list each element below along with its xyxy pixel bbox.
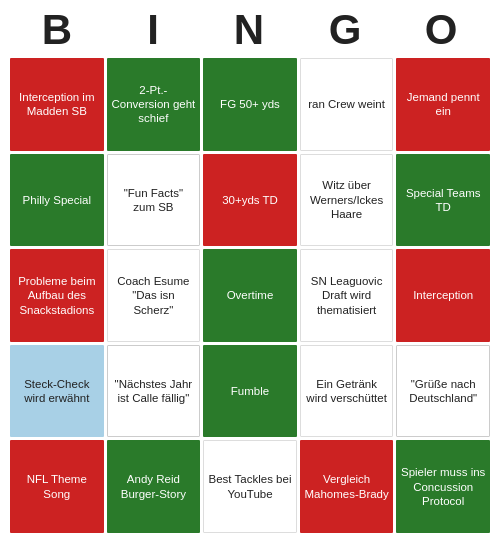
bingo-cell-16[interactable]: "Nächstes Jahr ist Calle fällig" xyxy=(107,345,201,438)
bingo-cell-4[interactable]: Jemand pennt ein xyxy=(396,58,490,151)
bingo-cell-13[interactable]: SN Leaguovic Draft wird thematisiert xyxy=(300,249,394,342)
bingo-cell-15[interactable]: Steck-Check wird erwähnt xyxy=(10,345,104,438)
bingo-title: B I N G O xyxy=(0,0,500,58)
bingo-cell-12[interactable]: Overtime xyxy=(203,249,297,342)
bingo-cell-6[interactable]: "Fun Facts" zum SB xyxy=(107,154,201,247)
bingo-cell-21[interactable]: Andy Reid Burger-Story xyxy=(107,440,201,533)
bingo-cell-22[interactable]: Best Tackles bei YouTube xyxy=(203,440,297,533)
bingo-cell-8[interactable]: Witz über Werners/Ickes Haare xyxy=(300,154,394,247)
bingo-cell-3[interactable]: ran Crew weint xyxy=(300,58,394,151)
bingo-cell-5[interactable]: Philly Special xyxy=(10,154,104,247)
bingo-cell-24[interactable]: Spieler muss ins Concussion Protocol xyxy=(396,440,490,533)
bingo-cell-19[interactable]: "Grüße nach Deutschland" xyxy=(396,345,490,438)
bingo-cell-1[interactable]: 2-Pt.-Conversion geht schief xyxy=(107,58,201,151)
bingo-cell-0[interactable]: Interception im Madden SB xyxy=(10,58,104,151)
title-b: B xyxy=(10,6,106,54)
bingo-cell-9[interactable]: Special Teams TD xyxy=(396,154,490,247)
bingo-cell-20[interactable]: NFL Theme Song xyxy=(10,440,104,533)
bingo-cell-11[interactable]: Coach Esume "Das isn Scherz" xyxy=(107,249,201,342)
bingo-grid: Interception im Madden SB2-Pt.-Conversio… xyxy=(5,58,495,538)
bingo-cell-18[interactable]: Ein Getränk wird verschüttet xyxy=(300,345,394,438)
bingo-cell-14[interactable]: Interception xyxy=(396,249,490,342)
title-o: O xyxy=(394,6,490,54)
bingo-cell-17[interactable]: Fumble xyxy=(203,345,297,438)
bingo-cell-10[interactable]: Probleme beim Aufbau des Snackstadions xyxy=(10,249,104,342)
bingo-cell-7[interactable]: 30+yds TD xyxy=(203,154,297,247)
bingo-cell-23[interactable]: Vergleich Mahomes-Brady xyxy=(300,440,394,533)
title-n: N xyxy=(202,6,298,54)
title-i: I xyxy=(106,6,202,54)
bingo-cell-2[interactable]: FG 50+ yds xyxy=(203,58,297,151)
title-g: G xyxy=(298,6,394,54)
